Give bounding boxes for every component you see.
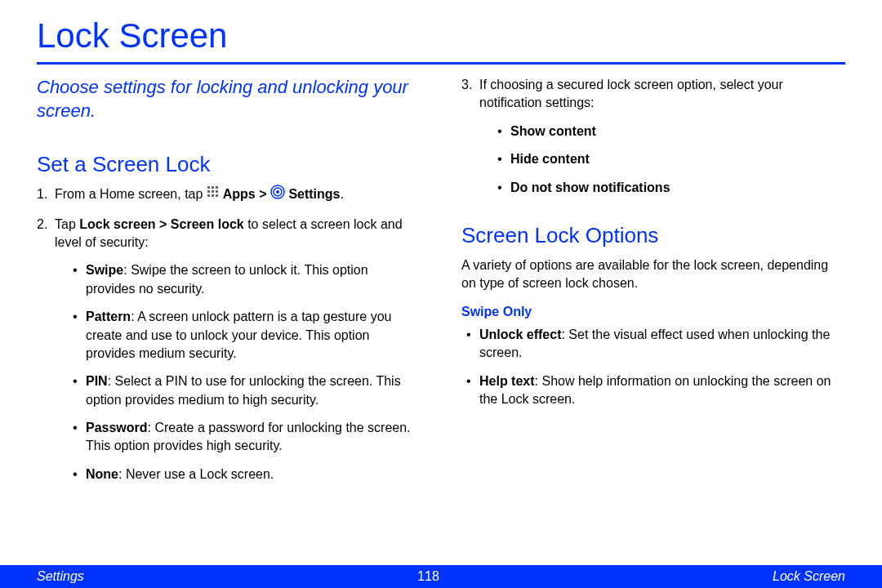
- title-rule: [37, 62, 845, 65]
- apps-label: Apps >: [220, 188, 270, 202]
- bullet-dot: •: [497, 122, 510, 140]
- step-number: 2.: [37, 216, 55, 494]
- bullet-dot: •: [73, 466, 86, 483]
- page-title: Lock Screen: [0, 0, 882, 62]
- svg-rect-1: [212, 186, 214, 189]
- bullet-hide-content: • Hide content: [479, 150, 845, 168]
- step-body: Tap Lock screen > Screen lock to select …: [55, 216, 421, 494]
- settings-icon: [270, 185, 285, 204]
- bullet-none: • None: Never use a Lock screen.: [55, 466, 421, 483]
- intro-text: Choose settings for locking and unlockin…: [37, 76, 421, 122]
- svg-rect-8: [216, 194, 218, 197]
- bullet-bold: Hide content: [510, 152, 590, 166]
- footer-left: Settings: [37, 569, 84, 584]
- step-number: 3.: [461, 76, 479, 207]
- bullet-dot: •: [73, 419, 86, 456]
- bullet-pattern: • Pattern: A screen unlock pattern is a …: [55, 308, 421, 363]
- svg-rect-7: [212, 194, 214, 197]
- bullet-pin: • PIN: Select a PIN to use for unlocking…: [55, 372, 421, 409]
- step-end: .: [341, 188, 344, 202]
- right-column: 3. If choosing a secured lock screen opt…: [441, 76, 845, 503]
- svg-rect-2: [216, 186, 218, 189]
- bullet-bold: PIN: [86, 374, 108, 388]
- step-2: 2. Tap Lock screen > Screen lock to sele…: [37, 216, 421, 494]
- footer-page-number: 118: [417, 569, 439, 584]
- step-body: If choosing a secured lock screen option…: [479, 76, 845, 207]
- section-heading-options: Screen Lock Options: [461, 223, 845, 248]
- content-columns: Choose settings for locking and unlockin…: [0, 76, 882, 503]
- bullet-dot: •: [497, 179, 510, 197]
- bullet-dot: •: [73, 261, 86, 298]
- bullet-bold: Help text: [479, 374, 535, 388]
- step-body: From a Home screen, tap Apps > Settings.: [55, 185, 421, 205]
- svg-rect-3: [207, 190, 210, 193]
- svg-point-11: [276, 190, 279, 194]
- options-para: A variety of options are available for t…: [461, 256, 845, 293]
- page-footer: Settings 118 Lock Screen: [0, 565, 882, 588]
- step-text: If choosing a secured lock screen option…: [479, 78, 783, 109]
- apps-icon: [207, 185, 220, 203]
- bullet-dot: •: [461, 372, 479, 409]
- step-bold: Lock screen > Screen lock: [79, 217, 243, 231]
- svg-rect-6: [207, 194, 210, 197]
- bullet-text: : A screen unlock pattern is a tap gestu…: [86, 310, 391, 360]
- svg-rect-4: [212, 190, 214, 193]
- bullet-unlock-effect: • Unlock effect: Set the visual effect u…: [461, 326, 845, 363]
- bullet-bold: Pattern: [86, 310, 131, 323]
- bullet-bold: Swipe: [86, 263, 123, 277]
- bullet-bold: Do not show notifications: [510, 180, 670, 194]
- svg-rect-0: [207, 186, 210, 189]
- footer-right: Lock Screen: [773, 569, 845, 584]
- step-text: From a Home screen, tap: [55, 188, 207, 202]
- bullet-password: • Password: Create a password for unlock…: [55, 419, 421, 456]
- bullet-show-content: • Show content: [479, 122, 845, 140]
- bullet-text: : Swipe the screen to unlock it. This op…: [86, 263, 368, 295]
- settings-label: Settings: [285, 188, 341, 202]
- bullet-dot: •: [73, 372, 86, 409]
- lock-type-bullets: • Swipe: Swipe the screen to unlock it. …: [55, 261, 421, 483]
- bullet-bold: Password: [86, 421, 148, 434]
- step-number: 1.: [37, 185, 55, 205]
- left-column: Choose settings for locking and unlockin…: [37, 76, 441, 503]
- bullet-no-notifications: • Do not show notifications: [479, 179, 845, 197]
- bullet-dot: •: [497, 150, 510, 168]
- bullet-bold: Unlock effect: [479, 327, 561, 341]
- svg-rect-5: [216, 190, 218, 193]
- bullet-text: : Never use a Lock screen.: [118, 467, 274, 481]
- section-heading-set-screen-lock: Set a Screen Lock: [37, 152, 421, 177]
- notification-bullets: • Show content • Hide content • Do not s…: [479, 122, 845, 197]
- bullet-bold: Show content: [510, 124, 596, 138]
- bullet-help-text: • Help text: Show help information on un…: [461, 372, 845, 409]
- bullet-dot: •: [73, 308, 86, 363]
- bullet-bold: None: [86, 467, 118, 481]
- bullet-text: : Select a PIN to use for unlocking the …: [86, 374, 401, 406]
- step-1: 1. From a Home screen, tap Apps > Settin…: [37, 185, 421, 205]
- bullet-dot: •: [461, 326, 479, 363]
- step-text: Tap: [55, 217, 79, 231]
- bullet-swipe: • Swipe: Swipe the screen to unlock it. …: [55, 261, 421, 298]
- sub-heading-swipe-only: Swipe Only: [461, 305, 845, 319]
- step-3: 3. If choosing a secured lock screen opt…: [461, 76, 845, 207]
